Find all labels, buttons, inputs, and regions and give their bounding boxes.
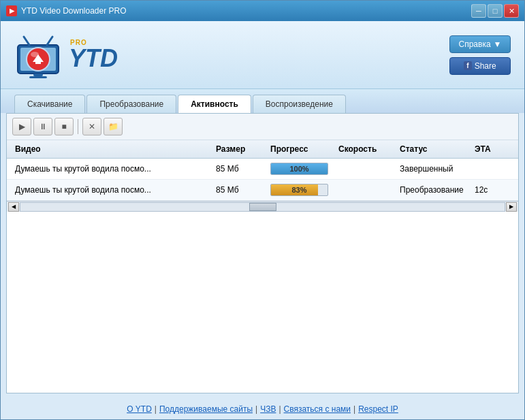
col-progress: Прогресс	[268, 143, 336, 155]
spravka-button[interactable]: Справка ▼	[449, 35, 511, 53]
svg-line-8	[47, 37, 52, 45]
header-buttons: Справка ▼ f Share	[449, 35, 511, 75]
app-logo	[14, 31, 62, 79]
progress-bar-2: 83%	[270, 184, 328, 196]
maximize-button[interactable]: □	[488, 4, 503, 18]
pause-button[interactable]: ⏸	[33, 118, 52, 135]
folder-button[interactable]: 📁	[104, 118, 123, 135]
scroll-right-arrow[interactable]: ▶	[506, 202, 517, 212]
logo-ytd-text: YTD	[69, 46, 118, 71]
footer-link-faq[interactable]: ЧЗВ	[260, 404, 276, 414]
scroll-thumb[interactable]	[249, 203, 276, 211]
row2-progress: 83%	[268, 182, 336, 197]
footer: О YTD | Поддерживаемые сайты | ЧЗВ | Свя…	[1, 399, 524, 419]
progress-label-1: 100%	[271, 163, 328, 174]
title-bar-buttons: ─ □ ✕	[471, 4, 519, 18]
scroll-left-arrow[interactable]: ◀	[8, 202, 19, 212]
table-header: Видео Размер Прогресс Скорость Статус ЭТ…	[7, 140, 518, 159]
progress-label-2: 83%	[271, 184, 328, 195]
row2-size: 85 Мб	[213, 184, 268, 196]
table-body: Думаешь ты крутой водила посмо... 85 Мб …	[7, 159, 518, 201]
row2-eta: 12с	[472, 184, 513, 196]
spravka-label: Справка	[459, 39, 491, 49]
title-text: YTD Video Downloader PRO	[21, 6, 471, 16]
row1-video: Думаешь ты крутой водила посмо...	[12, 163, 213, 175]
tab-download[interactable]: Скачивание	[14, 95, 85, 113]
col-eta: ЭТА	[472, 143, 513, 155]
svg-rect-10	[29, 76, 47, 78]
logo-text: PRO YTD	[69, 39, 118, 71]
footer-link-contact[interactable]: Связаться с нами	[284, 404, 351, 414]
table-row[interactable]: Думаешь ты крутой водила посмо... 85 Мб …	[7, 180, 518, 201]
col-status: Статус	[397, 143, 472, 155]
share-button[interactable]: f Share	[449, 57, 511, 75]
row1-speed	[336, 167, 397, 170]
row1-size: 85 Мб	[213, 163, 268, 175]
cancel-button[interactable]: ✕	[82, 118, 101, 135]
stop-button[interactable]: ■	[54, 118, 74, 135]
svg-rect-9	[33, 74, 43, 76]
tabs-area: Скачивание Преобразование Активность Вос…	[1, 89, 524, 113]
row1-status: Завершенный	[397, 163, 472, 175]
scroll-track[interactable]	[20, 202, 505, 212]
logo-area: PRO YTD	[14, 31, 118, 79]
main-content: ▶ ⏸ ■ ✕ 📁 Видео Размер Прогресс Скорость…	[6, 113, 519, 393]
facebook-icon: f	[464, 61, 471, 70]
svg-rect-6	[35, 59, 41, 64]
row2-video: Думаешь ты крутой водила посмо...	[12, 184, 213, 196]
title-bar: ▶ YTD Video Downloader PRO ─ □ ✕	[1, 1, 524, 21]
footer-link-about-ytd[interactable]: О YTD	[127, 404, 152, 414]
row1-progress: 100%	[268, 161, 336, 176]
tab-activity[interactable]: Активность	[178, 95, 251, 113]
close-button[interactable]: ✕	[504, 4, 519, 18]
toolbar-separator	[78, 119, 78, 134]
tab-convert[interactable]: Преобразование	[86, 95, 176, 113]
progress-bar-1: 100%	[270, 163, 328, 175]
col-size: Размер	[213, 143, 268, 155]
tab-play[interactable]: Воспроизведение	[253, 95, 346, 113]
col-speed: Скорость	[336, 143, 397, 155]
svg-line-7	[24, 37, 29, 45]
footer-link-supported-sites[interactable]: Поддерживаемые сайты	[159, 404, 253, 414]
play-button[interactable]: ▶	[12, 118, 31, 135]
col-video: Видео	[12, 143, 213, 155]
row1-eta	[472, 167, 513, 170]
toolbar: ▶ ⏸ ■ ✕ 📁	[7, 114, 518, 140]
main-window: ▶ YTD Video Downloader PRO ─ □ ✕	[0, 0, 525, 420]
horizontal-scrollbar[interactable]: ◀ ▶	[7, 201, 518, 212]
app-icon: ▶	[6, 5, 17, 16]
spravka-dropdown-icon: ▼	[494, 39, 502, 49]
row2-status: Преобразование	[397, 184, 472, 196]
table-row[interactable]: Думаешь ты крутой водила посмо... 85 Мб …	[7, 159, 518, 180]
minimize-button[interactable]: ─	[471, 4, 486, 18]
footer-link-respect-ip[interactable]: Respect IP	[358, 404, 398, 414]
app-header: PRO YTD Справка ▼ f Share	[1, 21, 524, 89]
share-label: Share	[475, 61, 496, 71]
row2-speed	[336, 189, 397, 191]
